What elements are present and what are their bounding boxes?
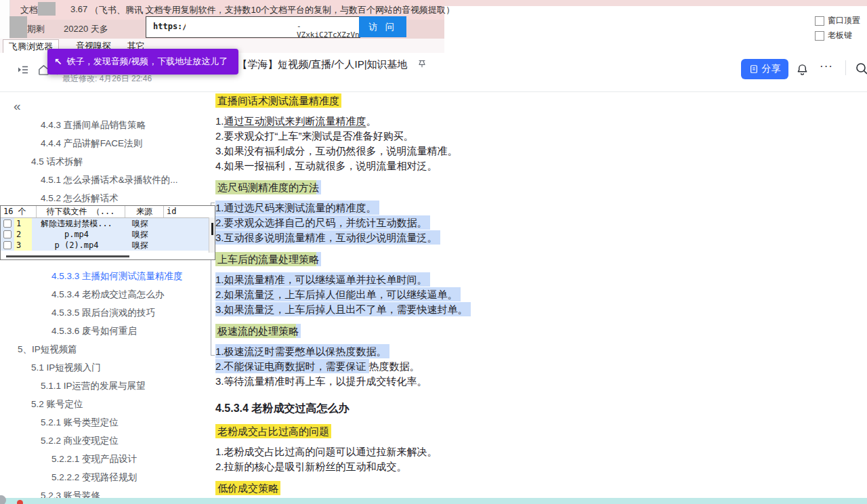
highlighted-heading: 直播间话术测试流量精准度 [215,93,341,108]
vertical-scrollbar[interactable] [209,217,215,253]
last-modified: 最近修改: 4月26日 22:46 [62,73,152,85]
checkbox-boss-key-label: 老板键 [828,30,852,41]
search-icon[interactable] [855,62,867,75]
row-source: 嗅探 [121,229,159,240]
outline-item[interactable]: 4.5 话术拆解 [0,152,211,171]
checkbox-window-top[interactable]: 窗口顶置 [815,15,860,26]
row-number: 3 [14,240,32,251]
paragraph-line: 3.如果流量泛，上车后掉人且出不了单，需要快速封单。 [215,302,622,317]
checkbox-square-icon[interactable] [815,31,824,41]
paragraph-line: 4.如果一报福利，互动就很多，说明流量相对泛。 [215,159,622,173]
paragraph-line: 3.如果没有福利成分，互动仍然很多，说明流量精准。 [215,144,622,159]
underlined-text: 通过互动测试来判断流量精准度 [224,115,366,127]
outline-item[interactable]: 5.2.2 商业变现定位 [0,432,211,450]
paragraph-line: 2.不能保证电商数据时，需要保证热度数据。 [215,359,622,374]
outline-item[interactable]: 4.5.3.5 跟后台演戏的技巧 [0,303,211,322]
cursor-arrow-icon: ↖ [54,56,62,67]
row-file-name: 解除违规封禁模... [32,218,121,229]
selected-text: 1.如果流量精准，可以继续逼单并拉长单时间。 [215,272,430,287]
outline-item[interactable]: 4.4.3 直播间单品销售策略 [0,116,211,134]
outline-toggle-icon[interactable] [16,63,30,77]
checkbox-square-icon[interactable] [815,16,824,26]
share-button[interactable]: 分享 [741,59,788,79]
paragraph-line: 2.要求观众选择自己的尺码，并统计互动数据。 [215,215,622,230]
download-list-header: 16 个 待下载文件 （... 来源 id [1,206,215,218]
row-checkbox[interactable] [1,229,14,240]
highlighted-heading-selected: 选尺码测精准度的方法 [215,180,321,194]
url-input[interactable]: https:// -VZxkiC2TcXZzVnzo [146,16,360,38]
row-checkbox[interactable] [1,218,14,229]
taskbar-strip [0,498,867,504]
download-row[interactable]: 2 p.mp4 嗅探 [1,229,215,240]
section-heading: 4.5.3.4 老粉成交过高怎么办 [215,401,622,416]
plain-text: 热度数据。 [369,360,420,372]
paragraph-line: 2.如果流量泛，上车后掉人但能出单，可以继续逼单。 [215,287,622,302]
expiry-value: 20220 天多 [64,23,108,35]
copier-doc-label: 文档 [20,4,38,16]
selected-text: 3.如果流量泛，上车后掉人且出不了单，需要快速封单。 [215,302,471,316]
outline-item[interactable]: 4.5.1 怎么录播话术&录播软件的... [0,171,211,189]
horizontal-scrollbar[interactable] [6,255,129,257]
paragraph-line: 1.如果流量精准，可以继续逼单并拉长单时间。 [215,272,622,287]
outline-item[interactable]: 4.5.3.6 废号如何重启 [0,322,211,340]
scrollbar-thumb[interactable] [211,223,213,235]
paragraph-line: 2.要求观众打“上车”来测试是否准备好购买。 [215,129,622,144]
copier-version: 3.67 [70,4,87,14]
checkbox-boss-key[interactable]: 老板键 [815,30,852,41]
highlighted-heading-selected: 极速流的处理策略 [215,324,301,338]
row-file-name: p (2).mp4 [32,240,121,251]
copier-titlebar-strip [444,0,867,6]
selected-text: 2.不能保证电商数据时，需要保证 [215,359,369,373]
more-options-icon[interactable]: ··· [820,60,833,73]
row-number: 2 [14,229,32,240]
url-redaction [186,18,294,36]
outline-item[interactable]: 4.5.3.4 老粉成交过高怎么办 [0,285,211,303]
row-number: 1 [14,218,32,229]
header-divider [845,60,846,75]
expiry-label: 期剩 [27,23,45,35]
bell-icon[interactable] [795,62,809,76]
outline-item[interactable]: 5.1 IP短视频入门 [0,358,211,377]
row-checkbox[interactable] [1,240,14,251]
outline-item[interactable]: 4.4.4 产品讲解FACE法则 [0,134,211,152]
paragraph-line: 1.通过互动测试来判断流量精准度。 [215,114,622,129]
selected-text: 1.通过选尺码来测试流量的精准度。 [215,201,379,215]
outline-item[interactable]: 5.2.2.1 变现产品设计 [0,450,211,468]
download-row[interactable]: 1 解除违规封禁模... 嗅探 [1,218,215,229]
url-tail: -VZxkiC2TcXZzVnzo [297,22,368,39]
selected-text: 1.极速流泛时需要憋单以保热度数据。 [215,344,389,358]
paragraph-line: 1.通过选尺码来测试流量的精准度。 [215,201,622,215]
list-prefix: 1. [215,115,224,127]
redaction-patch [9,16,27,38]
outline-item[interactable]: 5.1.1 IP运营的发展与展望 [0,377,211,395]
sniffer-tooltip-text: 铁子，发现音频/视频，下载地址放这儿了 [67,56,228,68]
redaction-patch [38,2,56,16]
window-left-edge [0,0,10,39]
download-row[interactable]: 3 p (2).mp4 嗅探 [1,240,215,251]
outline-item[interactable]: 5.2.1 账号类型定位 [0,413,211,432]
column-id: id [164,206,199,217]
highlighted-heading: 低价成交策略 [215,481,280,495]
download-count: 16 个 [1,206,37,217]
highlighted-heading: 老粉成交占比过高的问题 [215,424,331,438]
outline-toggle-glyph [17,64,29,76]
paragraph-line: 2.拉新的核心是吸引新粉丝的互动和成交。 [215,459,622,474]
taskbar-app-icon[interactable] [17,500,23,504]
outline-item-active[interactable]: 4.5.3.3 主播如何测试流量精准度 [0,267,211,285]
visit-button[interactable]: 访 问 [359,16,406,37]
column-source: 来源 [125,206,164,217]
sniffer-tooltip: ↖ 铁子，发现音频/视频，下载地址放这儿了 [47,49,238,75]
row-source: 嗅探 [121,240,159,251]
document-body: 直播间话术测试流量精准度 1.通过互动测试来判断流量精准度。 2.要求观众打“上… [215,93,622,501]
copier-tagline: （飞书、腾讯 文档专用复制软件，支持数10个文档平台的复制，与数百个网站的音视频… [90,4,454,16]
outline-item[interactable]: 5.2 账号定位 [0,395,211,413]
selected-text: 3.互动很多说明流量精准，互动很少说明流量泛。 [215,230,440,245]
outline-item[interactable]: 4.5.2 怎么拆解话术 [0,189,211,207]
row-source: 嗅探 [121,218,159,229]
pin-icon[interactable] [417,59,427,70]
paragraph-line: 3.互动很多说明流量精准，互动很少说明流量泛。 [215,230,622,245]
list-suffix: 。 [366,115,377,127]
outline-item[interactable]: 5、IP短视频篇 [0,340,211,358]
row-file-name: p.mp4 [32,229,121,240]
outline-item[interactable]: 5.2.2.2 变现路径规划 [0,468,211,486]
